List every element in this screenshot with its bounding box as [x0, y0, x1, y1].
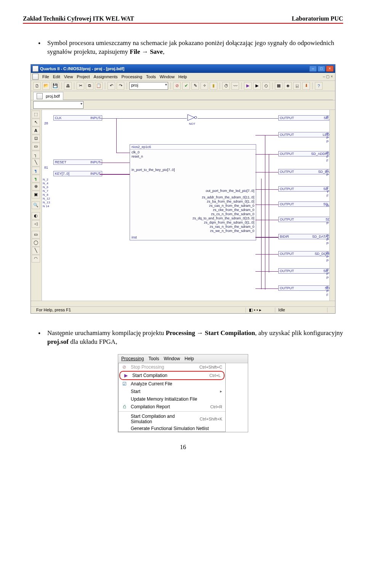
mi-analyze-current-file[interactable]: ☑ Analyze Current File — [119, 380, 225, 388]
header-left: Zakład Techniki Cyfrowej ITK WEL WAT — [23, 15, 134, 22]
open-button[interactable]: 📂 — [42, 82, 50, 90]
out-sdwe: OUTPUTSD_WE — [278, 285, 329, 291]
tb-highlight[interactable]: ▮ — [210, 82, 217, 90]
palette-conduit[interactable]: ┓ — [32, 175, 40, 182]
status-help: For Help, press F1 — [33, 308, 246, 313]
palette-arrow[interactable]: ↖ — [32, 119, 40, 126]
statusbar: For Help, press F1 ◧ ▪ ▪ ▸ Idle — [31, 306, 335, 313]
quartus-screenshot: Quartus II - C:/NIOS2/proj - proj - [pro… — [30, 64, 336, 314]
highlight-start-compilation: ▶ Start Compilation Ctrl+L — [119, 371, 225, 380]
palette-diag[interactable]: ╲ — [32, 159, 40, 166]
key-pins: N_2 N_4 N_6 N_7 N_8 N_12 N_13 N 14 — [43, 178, 50, 208]
menu-processing[interactable]: Processing — [122, 74, 142, 79]
vertical-scrollbar[interactable] — [329, 110, 335, 301]
minimize-button[interactable]: – — [309, 66, 317, 72]
palette-rect[interactable]: ▭ — [32, 231, 40, 238]
menu-view[interactable]: View — [64, 74, 73, 79]
menu-assignments[interactable]: Assignments — [94, 74, 118, 79]
svg-marker-0 — [188, 114, 194, 121]
maximize-button[interactable]: □ — [318, 66, 325, 72]
menu2-tools[interactable]: Tools — [148, 356, 159, 361]
palette-arc[interactable]: ◠ — [32, 255, 40, 263]
copy-button[interactable]: ⧉ — [86, 82, 93, 90]
palette-zoomin[interactable]: ⊕ — [32, 183, 40, 190]
schematic-canvas[interactable]: CLK INPUT 28 RESET INPUT 81 KEY[7..0] IN… — [42, 110, 329, 301]
palette-oval[interactable]: ◯ — [32, 239, 40, 246]
bdf-icon — [37, 93, 43, 99]
palette-zoomfit[interactable]: ▣ — [32, 191, 40, 198]
palette-orthog[interactable]: ┐ — [32, 151, 40, 158]
mi-gen-func-sim-netlist[interactable]: Generate Functional Simulation Netlist — [119, 425, 225, 432]
menu-tools[interactable]: Tools — [146, 74, 156, 79]
paste-button[interactable]: 📋 — [95, 82, 103, 90]
out-sdras: OUTPUTSD_RAS — [278, 268, 329, 274]
print-button[interactable]: 🖶 — [64, 82, 72, 90]
palette-bus[interactable]: ┓ — [32, 167, 40, 174]
palette-find[interactable]: 🔍 — [32, 201, 40, 209]
processing-menu-screenshot: Processing Tools Window Help ⊘ Stop Proc… — [118, 354, 248, 432]
save-button[interactable]: 💾 — [51, 82, 59, 90]
menu2-processing[interactable]: Processing — [121, 356, 144, 361]
cpu-block: nios2_ep1c6 clk_0 reset_n in_port_to_the… — [130, 144, 256, 240]
header-right: Laboratorium PUC — [292, 15, 343, 22]
mi-stop-processing[interactable]: ⊘ Stop Processing Ctrl+Shift+C — [119, 363, 225, 371]
tb-chip[interactable]: ▦ — [275, 82, 283, 90]
mi-start[interactable]: Start ▸ — [119, 388, 225, 395]
paragraph-1: Symbol procesora umieszczamy na schemaci… — [38, 39, 343, 56]
menu2-help[interactable]: Help — [185, 356, 194, 361]
tb-check[interactable]: ✔ — [182, 82, 190, 90]
palette-symbol[interactable]: ⊡ — [32, 135, 40, 142]
doc-icon — [32, 74, 39, 80]
palette-text[interactable]: A — [32, 127, 40, 134]
undo-button[interactable]: ↶ — [108, 82, 115, 90]
new-button[interactable]: 🗋 — [33, 82, 41, 90]
tb-db[interactable]: ⌸ — [293, 82, 301, 90]
palette-back[interactable]: ◁ — [32, 220, 40, 228]
tb-pin[interactable]: ◈ — [284, 82, 292, 90]
stop-icon: ⊘ — [121, 364, 128, 370]
palette-select[interactable]: ⬚ — [32, 111, 40, 118]
tb-sim[interactable]: ▶ — [253, 82, 261, 90]
mi-compilation-report[interactable]: ⎙ Compilation Report Ctrl+R — [119, 403, 225, 411]
horizontal-scrollbar[interactable] — [31, 301, 335, 306]
redo-button[interactable]: ↷ — [117, 82, 124, 90]
out-sddata: BIDIRSD_DATA[15..0] — [278, 234, 329, 239]
project-combo[interactable]: proj — [129, 82, 168, 90]
menu2-window[interactable]: Window — [164, 356, 180, 361]
tb-pencil[interactable]: ✎ — [191, 82, 199, 90]
tb-help[interactable]: ? — [315, 82, 323, 90]
tab-proj-bdf[interactable]: proj.bdf — [33, 92, 63, 100]
tb-compile[interactable]: ▶ — [244, 82, 252, 90]
zoom-combo[interactable] — [33, 101, 83, 109]
tb-timer[interactable]: ⏲ — [262, 82, 270, 90]
tb-stop[interactable]: ⊘ — [173, 82, 181, 90]
close-button[interactable]: × — [326, 66, 334, 72]
out-sdba: OUTPUTSD_BA[1..0] — [278, 169, 329, 174]
palette-partial[interactable]: ◐ — [32, 212, 40, 220]
mi-start-compilation[interactable]: ▶ Start Compilation Ctrl+L — [120, 372, 224, 379]
tb-prog[interactable]: ⬇ — [302, 82, 310, 90]
cut-button[interactable]: ✂ — [77, 82, 84, 90]
menu-edit[interactable]: Edit — [53, 74, 60, 79]
tb-timing[interactable]: ⏱ — [222, 82, 230, 90]
tb-wave[interactable]: 〰 — [231, 82, 239, 90]
toolbar: 🗋 📂 💾 🖶 ✂ ⧉ 📋 ↶ ↷ proj ⊘ ✔ ✎ ✧ ▮ ⏱ 〰 ▶ — [31, 81, 335, 91]
mi-update-mem-init[interactable]: Update Memory Initialization File — [119, 395, 225, 403]
menu-file[interactable]: File — [42, 74, 49, 79]
menu-separator — [119, 411, 225, 412]
cpu-name: nios2_ep1c6 — [130, 145, 256, 150]
menu-project[interactable]: Project — [77, 74, 90, 79]
paragraph-2: Następnie uruchamiamy kompilację projekt… — [38, 329, 343, 346]
submenu-arrow-icon: ▸ — [220, 389, 222, 394]
out-sdcke: OUTPUTSD_CKE — [278, 201, 329, 207]
check-icon: ☑ — [121, 381, 128, 387]
palette-block[interactable]: ▭ — [32, 143, 40, 150]
mdi-close[interactable]: – ▢ × — [323, 74, 333, 79]
palette-line[interactable]: ╲ — [32, 247, 40, 255]
tb-wand[interactable]: ✧ — [201, 82, 208, 90]
report-icon: ⎙ — [121, 404, 128, 409]
menu-help[interactable]: Help — [178, 74, 187, 79]
mi-start-comp-sim[interactable]: Start Compilation and Simulation Ctrl+Sh… — [119, 412, 225, 425]
menu-window[interactable]: Window — [160, 74, 175, 79]
input-reset: RESET INPUT — [53, 159, 102, 165]
